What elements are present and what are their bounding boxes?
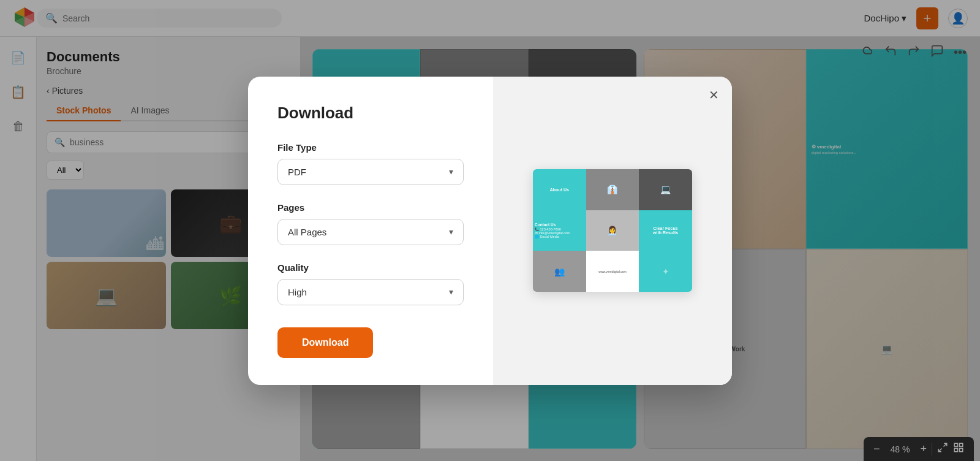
modal-close-button[interactable]: ✕ xyxy=(705,86,722,104)
file-type-value: PDF xyxy=(288,167,306,177)
modal-title: Download xyxy=(277,104,464,123)
modal-left-panel: Download File Type PDF ▾ Pages All Pages… xyxy=(248,77,493,385)
quality-value: High xyxy=(288,287,307,297)
quality-select[interactable]: High ▾ xyxy=(277,279,464,305)
modal-right-panel: ✕ About Us 👔 💻 Contact Us 📞 123-456-7890… xyxy=(493,77,732,385)
file-type-chevron: ▾ xyxy=(449,167,453,177)
download-modal: Download File Type PDF ▾ Pages All Pages… xyxy=(248,77,732,385)
quality-chevron: ▾ xyxy=(449,287,453,297)
file-type-label: File Type xyxy=(277,142,464,153)
brochure-preview: About Us 👔 💻 Contact Us 📞 123-456-7890 ✉… xyxy=(533,169,692,292)
pages-chevron: ▾ xyxy=(449,227,453,237)
file-type-select[interactable]: PDF ▾ xyxy=(277,159,464,185)
download-button[interactable]: Download xyxy=(277,327,373,358)
pages-label: Pages xyxy=(277,202,464,213)
pages-value: All Pages xyxy=(288,227,326,237)
pages-select[interactable]: All Pages ▾ xyxy=(277,219,464,245)
quality-label: Quality xyxy=(277,262,464,273)
modal-overlay[interactable]: Download File Type PDF ▾ Pages All Pages… xyxy=(0,0,980,461)
